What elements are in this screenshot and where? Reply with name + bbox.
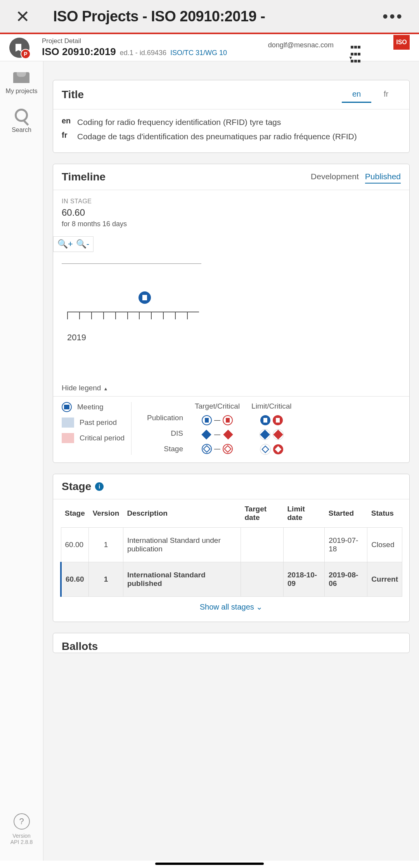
in-stage-value: 60.60 — [62, 207, 401, 218]
legend-toggle[interactable]: Hide legend▲ — [53, 376, 409, 396]
project-edition: ed.1 - id.69436 — [120, 49, 166, 57]
lang-label-en: en — [62, 116, 77, 128]
page-title: ISO Projects - ISO 20910:2019 - — [53, 8, 383, 25]
close-icon[interactable]: ✕ — [16, 7, 30, 26]
title-card: Title en fr en Coding for radio frequenc… — [53, 80, 410, 153]
tab-published[interactable]: Published — [365, 170, 401, 184]
title-row-en: en Coding for radio frequency identifica… — [62, 116, 401, 128]
chart-year-label: 2019 — [67, 333, 86, 343]
timeline-marker-icon[interactable] — [139, 291, 151, 304]
project-icon — [9, 38, 29, 58]
zoom-out-icon[interactable]: 🔍- — [76, 239, 89, 249]
dropdown-caret-icon[interactable]: ▼ — [348, 55, 353, 61]
legend-box: Meeting Past period Critical period Publ… — [53, 396, 409, 463]
in-stage-duration: for 8 months 16 days — [62, 220, 132, 229]
col-version: Version — [89, 499, 123, 528]
col-stage: Stage — [61, 499, 89, 528]
col-target-date: Target date — [241, 499, 283, 528]
timeline-heading: Timeline — [62, 171, 106, 183]
stage-card: Stage i Stage Version Description Target… — [53, 474, 410, 622]
legend-past-period: Past period — [62, 418, 131, 428]
sidebar: My projects Search ? Version API 2.8.8 — [0, 61, 43, 861]
title-row-fr: fr Codage de tags d'identification des p… — [62, 131, 401, 142]
apps-icon[interactable] — [350, 43, 361, 64]
legend-label-stage: Stage — [164, 445, 183, 453]
sidebar-item-search[interactable]: Search — [12, 109, 31, 133]
content-area: Title en fr en Coding for radio frequenc… — [43, 61, 419, 861]
col-started: Started — [325, 499, 367, 528]
legend-column-limit: Limit/Critical — [251, 402, 291, 455]
past-period-swatch — [62, 418, 74, 428]
col-limit-date: Limit date — [284, 499, 325, 528]
info-icon[interactable]: i — [95, 482, 104, 491]
sidebar-label-search: Search — [12, 126, 31, 133]
lang-label-fr: fr — [62, 131, 77, 142]
zoom-controls: 🔍+ 🔍- — [53, 236, 93, 252]
project-name: ISO 20910:2019 — [42, 46, 116, 58]
stage-heading: Stage — [62, 480, 91, 493]
stage-table: Stage Version Description Target date Li… — [60, 499, 402, 597]
legend-label-publication: Publication — [147, 414, 183, 422]
tab-en[interactable]: en — [342, 87, 371, 103]
col-status: Status — [367, 499, 402, 528]
legend-critical-period: Critical period — [62, 433, 131, 443]
legend-label-dis: DIS — [171, 429, 183, 438]
critical-period-swatch — [62, 433, 74, 443]
timeline-chart[interactable]: 2019 — [62, 263, 401, 376]
table-row[interactable]: 60.00 1 International Standard under pub… — [61, 528, 402, 562]
iso-logo: ISO — [393, 35, 410, 50]
zoom-in-icon[interactable]: 🔍+ — [57, 239, 73, 249]
tab-development[interactable]: Development — [311, 170, 359, 184]
language-tabs: en fr — [342, 87, 401, 103]
col-description: Description — [123, 499, 241, 528]
inbox-icon — [13, 72, 29, 83]
sidebar-item-my-projects[interactable]: My projects — [6, 72, 38, 95]
sidebar-label-my-projects: My projects — [6, 88, 38, 95]
chevron-down-icon: ⌄ — [256, 603, 263, 611]
meeting-icon — [62, 402, 72, 412]
legend-column-target: Target/Critical — — — — [195, 402, 240, 455]
table-header-row: Stage Version Description Target date Li… — [61, 499, 402, 528]
search-icon — [15, 109, 28, 122]
in-stage-label: IN STAGE — [62, 198, 401, 205]
more-icon[interactable]: ••• — [383, 8, 403, 25]
title-text-en: Coding for radio frequency identificatio… — [77, 116, 401, 128]
title-heading: Title — [62, 88, 84, 101]
table-row[interactable]: 60.60 1 International Standard published… — [61, 562, 402, 597]
tab-fr[interactable]: fr — [371, 87, 401, 103]
show-all-stages-button[interactable]: Show all stages ⌄ — [60, 597, 402, 615]
help-button[interactable]: ? — [14, 813, 30, 830]
legend-meeting: Meeting — [62, 402, 131, 412]
version-info: Version API 2.8.8 — [0, 833, 43, 845]
timeline-card: Timeline Development Published IN STAGE … — [53, 164, 410, 463]
user-email: donglf@mesnac.com — [268, 41, 334, 49]
title-text-fr: Codage de tags d'identification des pneu… — [77, 131, 401, 142]
project-committee[interactable]: ISO/TC 31/WG 10 — [170, 49, 227, 57]
ballots-card-peek: Ballots — [53, 633, 410, 653]
ballots-heading: Ballots — [53, 633, 409, 653]
